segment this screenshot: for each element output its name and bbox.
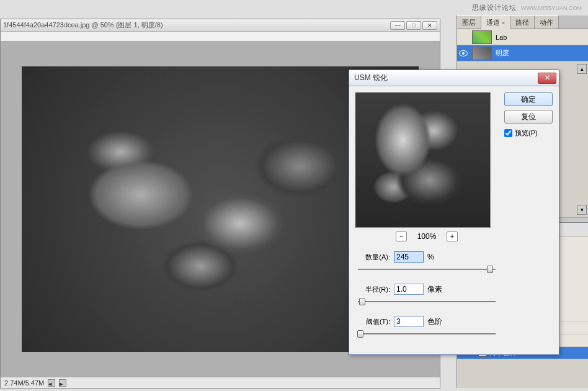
channel-row-lightness[interactable]: 明度 [457,45,588,61]
channel-thumbnail [472,30,492,44]
threshold-unit: 色阶 [427,317,442,327]
scroll-down-button[interactable]: ▾ [577,205,587,215]
amount-label: 数量(A): [355,253,390,262]
tab-paths[interactable]: 路径 [510,16,535,29]
close-icon[interactable]: × [502,20,505,26]
reset-button[interactable]: 复位 [504,110,553,124]
scroll-right-button[interactable]: ▸ [59,379,66,387]
ruler-top [1,32,440,42]
slider-thumb[interactable] [357,330,363,338]
minimize-button[interactable]: — [390,21,405,30]
preview-image [356,93,490,227]
visibility-toggle[interactable] [458,48,468,58]
radius-unit: 像素 [427,284,442,295]
preview-area[interactable] [355,92,491,228]
slider-thumb[interactable] [487,266,493,273]
threshold-slider[interactable] [358,330,496,339]
watermark-cn: 思缘设计论坛 [472,4,517,11]
eye-icon [459,50,468,56]
radius-input[interactable] [394,284,424,295]
channel-name: 明度 [496,48,509,58]
slider-thumb[interactable] [359,298,365,305]
document-titlebar[interactable]: 1f4544f4a20a44723dcea.jpg @ 50% (图层 1, 明… [1,19,440,32]
panel-tabs: 图层 通道× 路径 动作 [457,16,588,29]
preview-checkbox-row[interactable]: 预览(P) [504,128,553,138]
radius-row: 半径(R): 像素 [355,284,498,295]
channel-row-lab[interactable]: Lab [457,29,588,45]
radius-slider[interactable] [358,297,496,307]
maximize-button[interactable]: □ [406,21,421,30]
scroll-left-button[interactable]: ◂ [48,379,55,387]
channels-list: Lab 明度 [457,29,588,61]
amount-row: 数量(A): % [355,251,498,263]
amount-unit: % [427,253,434,261]
usm-dialog: USM 锐化 ✕ − 100% + 数量(A): % 半径(R): [349,70,559,355]
preview-checkbox[interactable] [504,129,512,137]
watermark: 思缘设计论坛 WWW.MISSYUAN.COM [472,3,582,12]
zoom-value: 100% [414,232,439,241]
threshold-row: 阈值(T): 色阶 [355,316,498,327]
tab-actions[interactable]: 动作 [535,16,559,29]
zoom-controls: − 100% + [355,231,498,241]
document-title: 1f4544f4a20a44723dcea.jpg @ 50% (图层 1, 明… [3,20,390,30]
amount-slider[interactable] [358,265,496,275]
zoom-out-button[interactable]: − [396,231,407,241]
amount-input[interactable] [394,251,424,263]
watermark-en: WWW.MISSYUAN.COM [521,5,582,11]
visibility-toggle[interactable] [458,32,468,42]
tab-layers[interactable]: 图层 [457,16,481,29]
dialog-titlebar[interactable]: USM 锐化 ✕ [349,70,559,86]
threshold-label: 阈值(T): [355,317,390,326]
dialog-title: USM 锐化 [354,73,538,83]
radius-label: 半径(R): [355,285,390,294]
threshold-input[interactable] [394,316,424,327]
channel-name: Lab [496,34,507,41]
preview-checkbox-label: 预览(P) [515,128,538,138]
tab-channels[interactable]: 通道× [481,16,510,29]
close-button[interactable]: ✕ [422,21,437,30]
scroll-up-button[interactable]: ▴ [577,64,587,74]
document-size: 2.74M/5.47M [4,379,44,387]
dialog-close-button[interactable]: ✕ [538,73,556,84]
zoom-in-button[interactable]: + [447,231,458,241]
ok-button[interactable]: 确定 [504,92,553,106]
status-bar: 2.74M/5.47M ◂ ▸ [1,377,440,388]
channel-thumbnail [472,47,492,60]
